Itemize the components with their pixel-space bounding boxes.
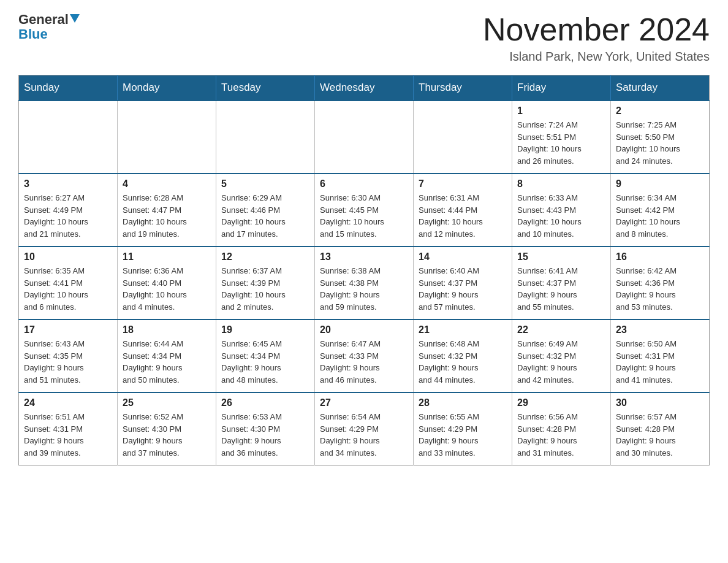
weekday-header-row: Sunday Monday Tuesday Wednesday Thursday… — [19, 75, 710, 101]
day-number: 15 — [517, 251, 605, 262]
cell-week1-day4 — [414, 101, 512, 174]
day-info: Sunrise: 6:29 AM Sunset: 4:46 PM Dayligh… — [221, 192, 309, 240]
day-info: Sunrise: 6:33 AM Sunset: 4:43 PM Dayligh… — [517, 192, 605, 240]
week-row-2: 3Sunrise: 6:27 AM Sunset: 4:49 PM Daylig… — [19, 174, 710, 247]
cell-week2-day5: 8Sunrise: 6:33 AM Sunset: 4:43 PM Daylig… — [512, 174, 611, 247]
day-number: 10 — [24, 251, 112, 262]
day-number: 20 — [320, 324, 408, 335]
day-info: Sunrise: 7:24 AM Sunset: 5:51 PM Dayligh… — [517, 119, 605, 167]
cell-week5-day1: 25Sunrise: 6:52 AM Sunset: 4:30 PM Dayli… — [118, 393, 216, 465]
calendar-table: Sunday Monday Tuesday Wednesday Thursday… — [18, 75, 710, 465]
day-number: 6 — [320, 178, 408, 190]
cell-week3-day0: 10Sunrise: 6:35 AM Sunset: 4:41 PM Dayli… — [19, 247, 118, 320]
day-info: Sunrise: 6:49 AM Sunset: 4:32 PM Dayligh… — [517, 338, 605, 386]
cell-week3-day4: 14Sunrise: 6:40 AM Sunset: 4:37 PM Dayli… — [414, 247, 512, 320]
day-info: Sunrise: 6:37 AM Sunset: 4:39 PM Dayligh… — [221, 265, 309, 313]
day-number: 4 — [123, 178, 211, 190]
logo: General Blue — [18, 12, 80, 42]
day-info: Sunrise: 6:57 AM Sunset: 4:28 PM Dayligh… — [616, 411, 704, 459]
day-number: 2 — [616, 105, 704, 117]
cell-week1-day6: 2Sunrise: 7:25 AM Sunset: 5:50 PM Daylig… — [611, 101, 710, 174]
cell-week4-day5: 22Sunrise: 6:49 AM Sunset: 4:32 PM Dayli… — [512, 320, 611, 393]
logo-text-general: General — [18, 12, 69, 27]
cell-week4-day0: 17Sunrise: 6:43 AM Sunset: 4:35 PM Dayli… — [19, 320, 118, 393]
title-area: November 2024 Island Park, New York, Uni… — [483, 12, 710, 64]
cell-week2-day2: 5Sunrise: 6:29 AM Sunset: 4:46 PM Daylig… — [216, 174, 315, 247]
day-number: 28 — [419, 397, 507, 408]
cell-week2-day6: 9Sunrise: 6:34 AM Sunset: 4:42 PM Daylig… — [611, 174, 710, 247]
header-monday: Monday — [118, 75, 216, 101]
header-wednesday: Wednesday — [315, 75, 414, 101]
calendar-title: November 2024 — [483, 12, 710, 47]
header-friday: Friday — [512, 75, 611, 101]
day-number: 5 — [221, 178, 309, 190]
day-info: Sunrise: 6:40 AM Sunset: 4:37 PM Dayligh… — [419, 265, 507, 313]
day-info: Sunrise: 7:25 AM Sunset: 5:50 PM Dayligh… — [616, 119, 704, 167]
day-number: 16 — [616, 251, 704, 262]
day-info: Sunrise: 6:56 AM Sunset: 4:28 PM Dayligh… — [517, 411, 605, 459]
calendar-subtitle: Island Park, New York, United States — [483, 50, 710, 64]
day-number: 11 — [123, 251, 211, 262]
cell-week4-day2: 19Sunrise: 6:45 AM Sunset: 4:34 PM Dayli… — [216, 320, 315, 393]
day-info: Sunrise: 6:45 AM Sunset: 4:34 PM Dayligh… — [221, 338, 309, 386]
header-tuesday: Tuesday — [216, 75, 315, 101]
cell-week4-day4: 21Sunrise: 6:48 AM Sunset: 4:32 PM Dayli… — [414, 320, 512, 393]
day-info: Sunrise: 6:52 AM Sunset: 4:30 PM Dayligh… — [123, 411, 211, 459]
day-info: Sunrise: 6:44 AM Sunset: 4:34 PM Dayligh… — [123, 338, 211, 386]
cell-week5-day4: 28Sunrise: 6:55 AM Sunset: 4:29 PM Dayli… — [414, 393, 512, 465]
day-number: 25 — [123, 397, 211, 408]
cell-week1-day3 — [315, 101, 414, 174]
logo-triangle-icon — [70, 14, 80, 23]
cell-week1-day0 — [19, 101, 118, 174]
day-number: 24 — [24, 397, 112, 408]
cell-week1-day2 — [216, 101, 315, 174]
cell-week4-day3: 20Sunrise: 6:47 AM Sunset: 4:33 PM Dayli… — [315, 320, 414, 393]
cell-week4-day6: 23Sunrise: 6:50 AM Sunset: 4:31 PM Dayli… — [611, 320, 710, 393]
day-info: Sunrise: 6:36 AM Sunset: 4:40 PM Dayligh… — [123, 265, 211, 313]
day-info: Sunrise: 6:47 AM Sunset: 4:33 PM Dayligh… — [320, 338, 408, 386]
day-info: Sunrise: 6:38 AM Sunset: 4:38 PM Dayligh… — [320, 265, 408, 313]
day-number: 13 — [320, 251, 408, 262]
cell-week5-day2: 26Sunrise: 6:53 AM Sunset: 4:30 PM Dayli… — [216, 393, 315, 465]
day-info: Sunrise: 6:43 AM Sunset: 4:35 PM Dayligh… — [24, 338, 112, 386]
day-number: 23 — [616, 324, 704, 335]
day-info: Sunrise: 6:50 AM Sunset: 4:31 PM Dayligh… — [616, 338, 704, 386]
cell-week2-day1: 4Sunrise: 6:28 AM Sunset: 4:47 PM Daylig… — [118, 174, 216, 247]
cell-week4-day1: 18Sunrise: 6:44 AM Sunset: 4:34 PM Dayli… — [118, 320, 216, 393]
logo-text-blue: Blue — [18, 27, 48, 42]
day-number: 14 — [419, 251, 507, 262]
cell-week3-day5: 15Sunrise: 6:41 AM Sunset: 4:37 PM Dayli… — [512, 247, 611, 320]
day-number: 18 — [123, 324, 211, 335]
cell-week5-day0: 24Sunrise: 6:51 AM Sunset: 4:31 PM Dayli… — [19, 393, 118, 465]
calendar-header: Sunday Monday Tuesday Wednesday Thursday… — [19, 75, 710, 101]
day-number: 7 — [419, 178, 507, 190]
day-number: 17 — [24, 324, 112, 335]
day-info: Sunrise: 6:34 AM Sunset: 4:42 PM Dayligh… — [616, 192, 704, 240]
day-number: 8 — [517, 178, 605, 190]
day-info: Sunrise: 6:30 AM Sunset: 4:45 PM Dayligh… — [320, 192, 408, 240]
cell-week5-day5: 29Sunrise: 6:56 AM Sunset: 4:28 PM Dayli… — [512, 393, 611, 465]
day-number: 12 — [221, 251, 309, 262]
day-info: Sunrise: 6:54 AM Sunset: 4:29 PM Dayligh… — [320, 411, 408, 459]
calendar-body: 1Sunrise: 7:24 AM Sunset: 5:51 PM Daylig… — [19, 101, 710, 465]
day-info: Sunrise: 6:42 AM Sunset: 4:36 PM Dayligh… — [616, 265, 704, 313]
week-row-5: 24Sunrise: 6:51 AM Sunset: 4:31 PM Dayli… — [19, 393, 710, 465]
day-info: Sunrise: 6:27 AM Sunset: 4:49 PM Dayligh… — [24, 192, 112, 240]
header-thursday: Thursday — [414, 75, 512, 101]
day-info: Sunrise: 6:55 AM Sunset: 4:29 PM Dayligh… — [419, 411, 507, 459]
day-number: 27 — [320, 397, 408, 408]
day-info: Sunrise: 6:35 AM Sunset: 4:41 PM Dayligh… — [24, 265, 112, 313]
day-number: 29 — [517, 397, 605, 408]
cell-week3-day2: 12Sunrise: 6:37 AM Sunset: 4:39 PM Dayli… — [216, 247, 315, 320]
day-number: 1 — [517, 105, 605, 117]
cell-week5-day3: 27Sunrise: 6:54 AM Sunset: 4:29 PM Dayli… — [315, 393, 414, 465]
day-number: 3 — [24, 178, 112, 190]
day-info: Sunrise: 6:31 AM Sunset: 4:44 PM Dayligh… — [419, 192, 507, 240]
header-sunday: Sunday — [19, 75, 118, 101]
cell-week1-day5: 1Sunrise: 7:24 AM Sunset: 5:51 PM Daylig… — [512, 101, 611, 174]
page-header: General Blue November 2024 Island Park, … — [18, 12, 710, 64]
day-number: 22 — [517, 324, 605, 335]
header-saturday: Saturday — [611, 75, 710, 101]
day-info: Sunrise: 6:53 AM Sunset: 4:30 PM Dayligh… — [221, 411, 309, 459]
day-info: Sunrise: 6:48 AM Sunset: 4:32 PM Dayligh… — [419, 338, 507, 386]
